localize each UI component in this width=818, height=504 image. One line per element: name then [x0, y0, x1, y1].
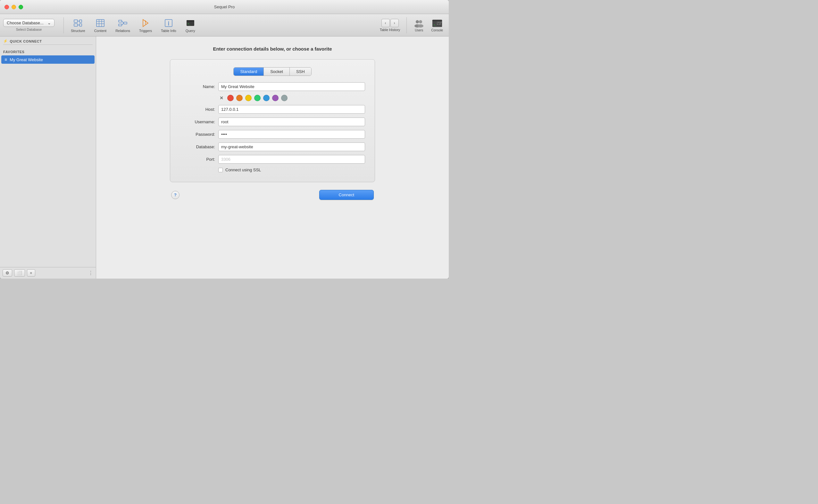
name-label: Name:	[180, 84, 215, 89]
name-row: Name:	[180, 82, 365, 91]
color-dot-yellow[interactable]	[245, 95, 252, 101]
toolbar: Choose Database... ⌄ Select Database	[0, 14, 449, 37]
toolbar-items: Structure Content	[66, 17, 200, 34]
svg-rect-6	[96, 20, 104, 27]
connection-tabs: Standard Socket SSH	[233, 67, 311, 76]
content-header: Enter connection details below, or choos…	[213, 46, 332, 52]
svg-point-27	[419, 20, 422, 23]
database-input[interactable]	[218, 142, 365, 151]
plus-icon: +	[30, 271, 32, 275]
svg-rect-1	[74, 24, 78, 26]
color-dot-green[interactable]	[254, 95, 261, 101]
folder-button[interactable]: ⬜	[14, 269, 25, 277]
color-clear-button[interactable]: ✕	[218, 95, 225, 101]
port-label: Port:	[180, 157, 215, 162]
triggers-label: Triggers	[139, 29, 152, 33]
structure-icon	[73, 18, 83, 28]
table-info-label: Table Info	[161, 29, 176, 33]
username-row: Username:	[180, 118, 365, 126]
database-selector[interactable]: Choose Database... ⌄ Select Database	[3, 19, 54, 31]
database-row: Database:	[180, 142, 365, 151]
svg-point-28	[418, 24, 423, 28]
main-window: Sequel Pro Choose Database... ⌄ Select D…	[0, 0, 449, 279]
toolbar-separator	[63, 17, 64, 33]
sidebar: ⚡ QUICK CONNECT FAVORITES ≡ My Great Web…	[0, 37, 96, 279]
toolbar-item-console[interactable]: >_ conso le off Console	[429, 18, 446, 33]
svg-rect-5	[79, 24, 82, 26]
table-history-label: Table History	[380, 28, 400, 32]
tab-ssh[interactable]: SSH	[290, 68, 311, 76]
toolbar-item-triggers[interactable]: Triggers	[135, 17, 156, 34]
name-input[interactable]	[218, 82, 365, 91]
query-label: Query	[185, 29, 195, 33]
users-icon	[413, 18, 425, 28]
forward-button[interactable]: ›	[390, 19, 399, 27]
resize-handle[interactable]: ⋮	[88, 270, 93, 276]
settings-button[interactable]: ⚙	[3, 269, 12, 277]
minimize-button[interactable]	[12, 5, 16, 9]
toolbar-item-table-info[interactable]: Table Info	[156, 17, 181, 34]
console-icon: >_ conso le off	[431, 18, 443, 28]
content-area: Enter connection details below, or choos…	[96, 37, 449, 279]
svg-rect-0	[74, 20, 78, 22]
tab-standard[interactable]: Standard	[234, 68, 264, 76]
color-dot-purple[interactable]	[272, 95, 279, 101]
password-input[interactable]	[218, 130, 365, 139]
db-select-button[interactable]: Choose Database... ⌄	[3, 19, 54, 27]
triggers-icon	[140, 18, 151, 28]
svg-line-15	[122, 23, 124, 25]
tab-socket[interactable]: Socket	[264, 68, 290, 76]
help-button[interactable]: ?	[171, 191, 179, 199]
titlebar: Sequel Pro	[0, 0, 449, 14]
color-dot-gray[interactable]	[281, 95, 288, 101]
select-database-label: Select Database	[16, 28, 42, 31]
color-dot-orange[interactable]	[236, 95, 243, 101]
content-label: Content	[94, 29, 107, 33]
port-input[interactable]	[218, 155, 365, 164]
svg-rect-13	[124, 22, 127, 24]
console-label: Console	[431, 28, 443, 32]
toolbar-item-query[interactable]: >_ Query	[181, 17, 200, 34]
back-button[interactable]: ‹	[381, 19, 390, 27]
database-label: Database:	[180, 144, 215, 149]
svg-text:le off: le off	[437, 23, 441, 25]
maximize-button[interactable]	[19, 5, 23, 9]
password-row: Password:	[180, 130, 365, 139]
db-select-label: Choose Database...	[7, 20, 44, 25]
main-area: ⚡ QUICK CONNECT FAVORITES ≡ My Great Web…	[0, 37, 449, 279]
sidebar-item-my-great-website[interactable]: ≡ My Great Website	[1, 55, 94, 64]
color-dots-row: ✕	[180, 95, 365, 101]
color-dot-blue[interactable]	[263, 95, 270, 101]
host-label: Host:	[180, 107, 215, 112]
username-input[interactable]	[218, 118, 365, 126]
host-row: Host:	[180, 105, 365, 114]
svg-rect-23	[186, 20, 194, 21]
panel-bottom: ? Connect	[170, 190, 375, 200]
quick-connect-section: ⚡ QUICK CONNECT	[0, 37, 96, 47]
toolbar-right: ‹ › Table History Users	[377, 17, 446, 33]
toolbar-item-users[interactable]: Users	[411, 18, 427, 33]
toolbar-item-structure[interactable]: Structure	[66, 17, 90, 34]
color-dot-red[interactable]	[227, 95, 234, 101]
sidebar-footer: ⚙ ⬜ + ⋮	[0, 267, 96, 279]
window-controls	[4, 5, 23, 9]
svg-rect-11	[119, 20, 122, 22]
folder-icon: ⬜	[17, 271, 22, 275]
svg-rect-12	[119, 24, 122, 26]
add-favorite-button[interactable]: +	[27, 269, 35, 277]
toolbar-item-content[interactable]: Content	[90, 17, 111, 34]
users-label: Users	[415, 28, 423, 32]
toolbar-separator-right	[406, 17, 407, 33]
host-input[interactable]	[218, 105, 365, 114]
chevron-down-icon: ⌄	[47, 20, 51, 25]
close-button[interactable]	[4, 5, 9, 9]
svg-point-18	[145, 23, 146, 24]
toolbar-item-relations[interactable]: Relations	[111, 17, 135, 34]
gear-icon: ⚙	[5, 271, 9, 275]
relations-icon	[118, 18, 128, 28]
database-icon: ≡	[4, 57, 7, 62]
ssl-checkbox[interactable]	[218, 168, 223, 172]
connect-button[interactable]: Connect	[319, 190, 374, 200]
quick-connect-title: ⚡ QUICK CONNECT	[3, 39, 93, 43]
ssl-row: Connect using SSL	[180, 167, 365, 172]
